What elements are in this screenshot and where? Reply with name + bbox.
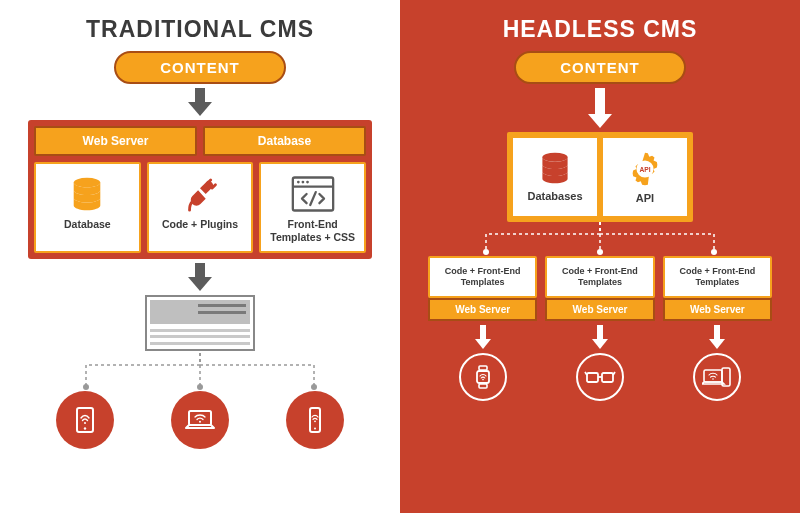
arrow-down-icon xyxy=(475,325,491,349)
smartwatch-device-icon xyxy=(459,353,507,401)
web-server-label: Web Server xyxy=(663,298,772,321)
traditional-title: TRADITIONAL CMS xyxy=(86,16,314,43)
tablet-device-icon xyxy=(56,391,114,449)
frontend-stack-2: Code + Front-End Templates Web Server xyxy=(545,256,654,401)
api-label: API xyxy=(636,192,654,204)
arrow-down-icon xyxy=(709,325,725,349)
svg-point-24 xyxy=(711,249,717,255)
arrow-down-icon xyxy=(188,88,212,116)
frontend-template-card: Code + Front-End Templates xyxy=(545,256,654,298)
databases-card: Databases xyxy=(513,138,597,216)
multi-device-icon xyxy=(693,353,741,401)
svg-point-23 xyxy=(597,249,603,255)
content-pill-right: CONTENT xyxy=(514,51,686,84)
svg-point-34 xyxy=(713,378,715,380)
svg-point-6 xyxy=(301,181,304,184)
headless-title: HEADLESS CMS xyxy=(503,16,698,43)
svg-point-12 xyxy=(84,427,86,429)
database-icon xyxy=(68,172,106,216)
webpage-preview-icon xyxy=(145,295,255,351)
frontend-template-card: Code + Front-End Templates xyxy=(663,256,772,298)
dashed-connectors xyxy=(28,353,372,391)
svg-point-19 xyxy=(542,153,567,162)
svg-point-10 xyxy=(311,384,317,390)
svg-point-13 xyxy=(84,422,86,424)
database-card: Database xyxy=(34,162,141,253)
database-label: Database xyxy=(64,218,111,231)
frontend-stack-1: Code + Front-End Templates Web Server xyxy=(428,256,537,401)
svg-point-28 xyxy=(482,378,484,380)
svg-point-9 xyxy=(197,384,203,390)
svg-text:API: API xyxy=(639,166,650,173)
databases-label: Databases xyxy=(527,190,582,202)
svg-rect-26 xyxy=(479,366,487,370)
api-card: API API xyxy=(603,138,687,216)
frontend-stack-3: Code + Front-End Templates Web Server xyxy=(663,256,772,401)
database-icon xyxy=(537,150,573,186)
svg-point-7 xyxy=(306,181,309,184)
svg-point-5 xyxy=(297,181,300,184)
frontend-label: Front-End Templates + CSS xyxy=(265,218,360,243)
headless-cms-panel: HEADLESS CMS CONTENT Databases API API C… xyxy=(400,0,800,513)
arrow-down-icon xyxy=(188,263,212,291)
svg-rect-27 xyxy=(479,384,487,388)
svg-point-8 xyxy=(83,384,89,390)
web-server-label: Web Server xyxy=(428,298,537,321)
frontend-template-card: Code + Front-End Templates xyxy=(428,256,537,298)
web-server-label: Web Server xyxy=(545,298,654,321)
laptop-device-icon xyxy=(171,391,229,449)
svg-rect-29 xyxy=(587,373,598,382)
svg-point-18 xyxy=(314,421,316,423)
svg-point-22 xyxy=(483,249,489,255)
database-cell: Database xyxy=(203,126,366,156)
code-plugins-card: Code + Plugins xyxy=(147,162,254,253)
code-plugins-label: Code + Plugins xyxy=(162,218,238,231)
monolith-box: Web Server Database Database Code + Plug… xyxy=(28,120,372,259)
web-server-cell: Web Server xyxy=(34,126,197,156)
arrow-down-icon xyxy=(592,325,608,349)
svg-point-17 xyxy=(314,428,316,430)
plug-icon xyxy=(181,172,219,216)
traditional-cms-panel: TRADITIONAL CMS CONTENT Web Server Datab… xyxy=(0,0,400,513)
arrow-down-icon xyxy=(588,88,612,128)
api-gear-icon: API xyxy=(626,150,664,188)
code-window-icon xyxy=(291,172,335,216)
svg-point-0 xyxy=(74,178,101,188)
svg-point-15 xyxy=(199,421,201,423)
backend-box: Databases API API xyxy=(507,132,693,222)
frontend-card: Front-End Templates + CSS xyxy=(259,162,366,253)
dashed-connectors xyxy=(428,222,772,256)
content-pill-left: CONTENT xyxy=(114,51,286,84)
smartglasses-device-icon xyxy=(576,353,624,401)
phone-device-icon xyxy=(286,391,344,449)
svg-rect-30 xyxy=(602,373,613,382)
